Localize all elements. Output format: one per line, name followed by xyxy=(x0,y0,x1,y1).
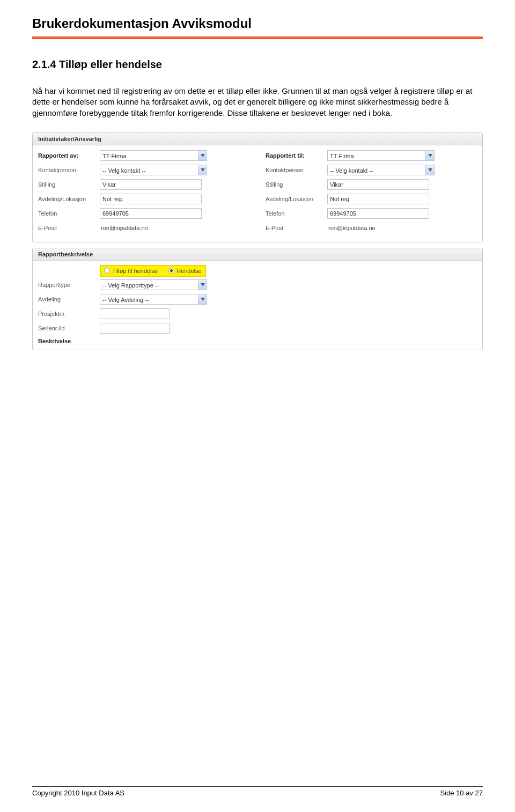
label-rapportert-av: Rapportert av: xyxy=(38,152,100,159)
label-telefon-left: Telefon xyxy=(38,210,100,217)
radio-group-hendelsetype: Tilløp til hendelse Hendelse xyxy=(100,265,206,277)
text-epost-left: ron@inputdata.no xyxy=(100,225,148,231)
label-stilling-left: Stilling xyxy=(38,181,100,188)
input-stilling-right[interactable] xyxy=(327,179,429,190)
input-telefon-left[interactable] xyxy=(100,208,202,219)
label-telefon-right: Telefon xyxy=(266,210,327,217)
select-rapportert-til[interactable]: TT-Firma xyxy=(327,150,435,161)
chevron-down-icon xyxy=(425,151,434,160)
select-avdeling[interactable]: -- Velg Avdeling -- xyxy=(100,294,207,305)
input-prosjektnr[interactable] xyxy=(100,308,170,319)
label-kontaktperson-left: Kontaktperson xyxy=(38,167,100,173)
text-epost-right: ron@inputdata.no xyxy=(327,225,376,231)
input-avdeling-left[interactable] xyxy=(100,194,202,204)
chevron-down-icon xyxy=(198,280,207,290)
select-rapportert-til-value: TT-Firma xyxy=(327,150,435,161)
select-rapporttype-value: -- Velg Rapporttype -- xyxy=(100,279,207,290)
radio-tillop-label: Tilløp til hendelse xyxy=(112,268,158,274)
label-serienr: Serienr./id xyxy=(38,325,100,331)
label-avdeling-left: Avdeling/Lokasjon xyxy=(38,196,100,202)
radio-icon xyxy=(104,268,110,274)
chevron-down-icon xyxy=(198,151,207,160)
radio-icon xyxy=(168,268,174,274)
select-rapportert-av[interactable]: TT-Firma xyxy=(100,150,207,161)
label-kontaktperson-right: Kontaktperson xyxy=(266,167,327,173)
page-footer: Copyright 2010 Input Data AS Side 10 av … xyxy=(32,786,483,797)
footer-copyright: Copyright 2010 Input Data AS xyxy=(32,789,124,797)
doc-title: Brukerdokumentasjon Avviksmodul xyxy=(32,16,483,31)
select-rapportert-av-value: TT-Firma xyxy=(100,150,207,161)
select-kontaktperson-left-value: -- Velg kontakt -- xyxy=(100,165,207,175)
column-rapportert-av: Rapportert av: TT-Firma Kontaktperson --… xyxy=(38,150,249,237)
section-heading: 2.1.4 Tilløp eller hendelse xyxy=(32,58,483,71)
input-avdeling-right[interactable] xyxy=(327,194,429,204)
radio-tillop[interactable]: Tilløp til hendelse xyxy=(104,268,158,274)
panel-head-initiativtaker: Initiativtaker/Ansvarlig xyxy=(33,133,482,145)
select-kontaktperson-right[interactable]: -- Velg kontakt -- xyxy=(327,165,435,175)
label-prosjektnr: Prosjektnr. xyxy=(38,311,100,317)
label-epost-left: E-Post: xyxy=(38,225,100,231)
chevron-down-icon xyxy=(198,165,207,175)
select-kontaktperson-right-value: -- Velg kontakt -- xyxy=(327,165,435,175)
input-telefon-right[interactable] xyxy=(327,208,429,219)
title-divider xyxy=(32,36,483,39)
select-rapporttype[interactable]: -- Velg Rapporttype -- xyxy=(100,279,207,290)
label-avdeling-right: Avdeling/Lokasjon xyxy=(266,196,327,202)
input-stilling-left[interactable] xyxy=(100,179,202,190)
label-rapporttype: Rapporttype xyxy=(38,282,100,288)
select-avdeling-value: -- Velg Avdeling -- xyxy=(100,294,207,305)
footer-page-number: Side 10 av 27 xyxy=(440,789,483,797)
column-rapportert-til: Rapportert til: TT-Firma Kontaktperson -… xyxy=(266,150,477,237)
select-kontaktperson-left[interactable]: -- Velg kontakt -- xyxy=(100,165,207,175)
panel-initiativtaker: Initiativtaker/Ansvarlig Rapportert av: … xyxy=(32,132,483,242)
label-rapportert-til: Rapportert til: xyxy=(266,152,327,159)
panel-rapportbeskrivelse: Rapportbeskrivelse Tilløp til hendelse H… xyxy=(32,248,483,350)
section-paragraph: Nå har vi kommet ned til registrering av… xyxy=(32,86,483,119)
input-serienr[interactable] xyxy=(100,323,170,334)
label-stilling-right: Stilling xyxy=(266,181,327,188)
radio-hendelse-label: Hendelse xyxy=(176,268,201,274)
chevron-down-icon xyxy=(425,165,434,175)
label-beskrivelse: Beskrivelse xyxy=(38,337,477,344)
radio-hendelse[interactable]: Hendelse xyxy=(168,268,201,274)
label-avdeling: Avdeling xyxy=(38,296,100,302)
label-epost-right: E-Post: xyxy=(266,225,327,231)
chevron-down-icon xyxy=(198,294,207,304)
panel-head-rapportbeskrivelse: Rapportbeskrivelse xyxy=(33,248,482,261)
